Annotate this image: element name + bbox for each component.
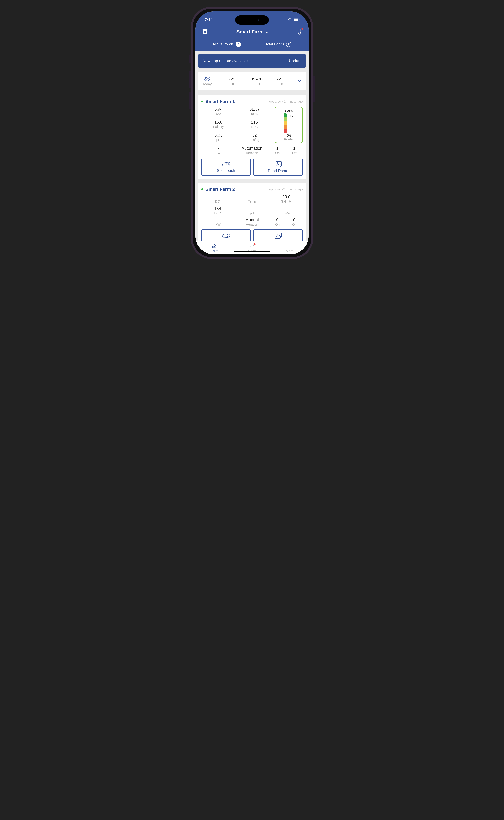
home-indicator[interactable] [234,251,270,252]
spintouch-label: SpinTouch [217,240,235,241]
metric-off: 0Off [286,218,303,226]
metric-temp: 31.37Temp [237,107,272,117]
metric-label: pH [236,212,268,215]
gauge-marker: —F1 [288,114,294,117]
metric-on: 1On [269,146,286,155]
total-ponds-badge: 2 [286,42,291,47]
pond-card-2[interactable]: Smart Farm 2 updated <1 minute ago -DO -… [198,183,306,241]
metric-label: Salinity [201,125,236,129]
pond-card-1[interactable]: Smart Farm 1 updated <1 minute ago 6.94D… [198,95,306,179]
metric-value: Automation [235,146,269,151]
weather-cloud-icon [203,76,212,81]
svg-rect-2 [299,19,300,20]
tab-farm-label: Farm [195,249,233,253]
home-icon [195,244,233,249]
metric-label: Temp [236,199,268,203]
screen: 7:11 Smart Farm [195,11,309,254]
metric-value: - [270,206,303,211]
update-banner: New app update available Update [198,54,306,68]
metric-kw: -kW [201,146,235,155]
metric-label: DO [201,112,236,116]
phone-power-button [313,76,315,102]
spintouch-label: SpinTouch [217,168,235,173]
spintouch-button[interactable]: SpinTouch [201,158,251,176]
pondphoto-button[interactable]: Pond Photo [253,229,303,241]
active-ponds-badge: 2 [236,42,241,47]
weather-rain-label: rain [276,82,284,86]
photo-icon [274,233,282,239]
svg-point-21 [288,246,289,247]
metric-aeration: AutomationAeration [235,146,269,155]
weather-today-label: Today [203,82,212,86]
pondphoto-label: Pond Photo [268,168,288,173]
metric-value: 134 [201,206,234,211]
metric-value: 31.37 [237,107,272,111]
phone-volume-up [189,71,191,88]
metric-label: Salinity [270,199,303,203]
pond-updated-text: updated <1 minute ago [269,100,303,103]
surveillance-camera-icon[interactable] [201,29,209,35]
gauge-marker-label: F1 [290,114,294,117]
metric-value: Manual [235,218,269,222]
metric-value: 1 [269,146,286,151]
svg-point-22 [289,246,290,247]
metric-ph: -pH [236,206,268,215]
notification-dot-icon [254,243,256,245]
metric-label: pH [201,138,236,142]
metric-off: 1Off [286,146,303,155]
weather-max-value: 35.4°C [251,77,263,81]
metric-label: Aeration [235,223,269,226]
metric-value: 115 [237,120,272,125]
temperature-button[interactable] [296,29,303,35]
metric-do: -DO [201,194,234,203]
metric-value: - [236,206,268,211]
weather-card[interactable]: Today 26.2°C min 35.4°C max 22% rain [198,72,306,90]
gauge-max: 100% [285,109,293,112]
status-dot-icon [201,100,203,102]
metric-pcskg: -pcs/kg [270,206,303,215]
metric-value: 6.94 [201,107,236,111]
update-message: New app update available [203,59,248,63]
pond-updated-text: updated <1 minute ago [269,187,303,191]
main-scroll[interactable]: New app update available Update Today 26… [195,51,309,241]
metric-temp: -Temp [236,194,268,203]
gauge-min: 0% [286,134,291,137]
update-button[interactable]: Update [289,59,301,63]
metric-salinity: 20.0Salinity [270,194,303,203]
gauge-bar-icon [284,113,287,133]
metric-doc: 115DoC [237,120,272,130]
metric-value: 0 [286,218,303,222]
pond-name: Smart Farm 2 [205,186,235,192]
total-ponds-count[interactable]: Total Ponds 2 [265,42,291,47]
metric-value: - [201,146,235,151]
battery-icon [294,18,300,21]
tab-more[interactable]: More [271,244,309,253]
metric-label: Temp [237,112,272,116]
active-ponds-label: Active Ponds [213,42,234,46]
price-chart-icon: $ [233,244,271,249]
weather-today: Today [203,76,212,86]
metric-label: pcs/kg [237,138,272,142]
more-dots-icon [271,244,309,249]
svg-point-11 [226,163,229,165]
pond-name: Smart Farm 1 [205,99,235,104]
metric-doc: 134DoC [201,206,234,215]
metric-label: Aeration [235,151,269,155]
tab-farm[interactable]: Farm [195,244,233,253]
weather-max: 35.4°C max [251,77,263,86]
metric-on: 0On [269,218,286,226]
farm-selector[interactable]: Smart Farm [236,29,269,35]
notification-dot-icon [301,28,303,30]
spintouch-button[interactable]: SpinTouch [201,229,251,241]
chevron-down-icon[interactable] [298,80,301,83]
metric-salinity: 15.0Salinity [201,120,236,130]
phone-mute-switch [189,54,191,63]
pondphoto-button[interactable]: Pond Photo [253,158,303,176]
phone-volume-down [189,92,191,109]
active-ponds-count[interactable]: Active Ponds 2 [213,42,241,47]
metric-value: 3.03 [201,133,236,137]
metric-label: pcs/kg [270,212,303,215]
spintouch-icon [222,161,230,167]
tab-bar: Farm $ Price More [195,241,309,254]
tab-more-label: More [271,249,309,253]
